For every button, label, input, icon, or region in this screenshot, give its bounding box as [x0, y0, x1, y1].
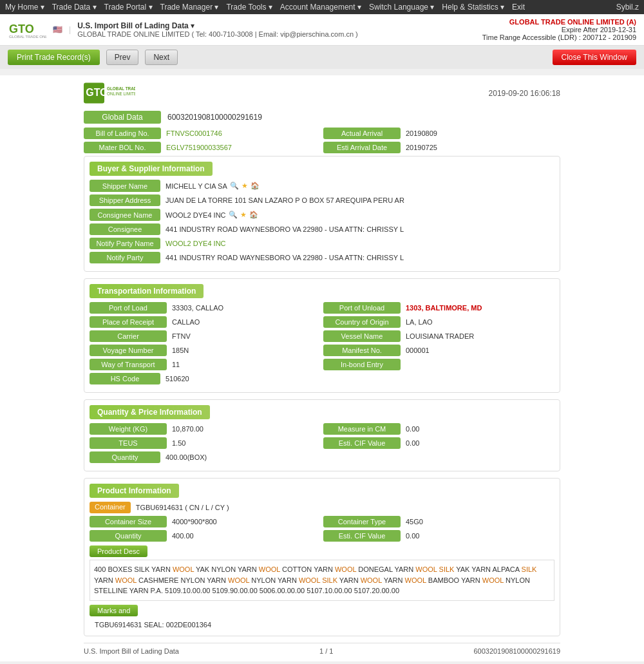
transport-section: Transportation Information Port of Load …: [84, 278, 560, 393]
weight-value: 10,870.00: [167, 423, 321, 435]
search-icon-shipper[interactable]: 🔍: [230, 182, 239, 190]
shipper-icons: 🔍 ★ 🏠: [230, 182, 260, 190]
shipper-name-value: MICHELL Y CIA SA 🔍 ★ 🏠: [160, 180, 554, 192]
weight-col: Weight (KG) 10,870.00: [90, 423, 321, 435]
quantity-price-header: Quantity & Price Information: [90, 405, 210, 419]
qp-quantity-label: Quantity: [90, 451, 160, 463]
port-unload-label: Port of Unload: [323, 302, 401, 314]
search-icon-consignee[interactable]: 🔍: [229, 211, 238, 219]
esti-cif-value: 0.00: [401, 437, 554, 449]
global-data-label: Global Data: [84, 111, 161, 124]
master-bol-row: Mater BOL No. EGLV751900033567 Esti Arri…: [84, 142, 560, 153]
product-section: Product Information Container TGBU691463…: [84, 478, 560, 636]
footer-page: 1 / 1: [319, 647, 333, 655]
container-size-label: Container Size: [90, 516, 167, 527]
nav-exit[interactable]: Exit: [512, 3, 525, 12]
dropdown-icon[interactable]: ▾: [191, 21, 194, 30]
shipper-address-value: JUAN DE LA TORRE 101 SAN LAZARO P O BOX …: [160, 194, 554, 206]
header-divider: |: [69, 25, 71, 34]
global-data-row: Global Data 6003201908100000291619: [84, 111, 560, 124]
shipper-name-label: Shipper Name: [90, 180, 160, 192]
nav-accountmgmt[interactable]: Account Management ▾: [280, 3, 361, 12]
weight-label: Weight (KG): [90, 423, 167, 435]
hs-code-row: HS Code 510620: [90, 373, 554, 384]
way-transport-label: Way of Transport: [90, 359, 167, 370]
port-row: Port of Load 33303, CALLAO Port of Unloa…: [90, 302, 554, 314]
header-bar: GTO GLOBAL TRADE ONLINE 🇺🇸 | U.S. Import…: [0, 14, 644, 46]
global-data-value: 6003201908100000291619: [161, 111, 269, 124]
product-desc-text: 400 BOXES SILK YARN WOOL YAK NYLON YARN …: [94, 565, 536, 594]
prev-button-top[interactable]: Prev: [106, 50, 139, 65]
header-left: GTO GLOBAL TRADE ONLINE 🇺🇸 | U.S. Import…: [8, 20, 358, 39]
svg-text:GLOBAL TRADE ONLINE: GLOBAL TRADE ONLINE: [9, 35, 46, 39]
esti-arrival-col: Esti Arrival Date 20190725: [323, 142, 560, 153]
svg-text:GTO: GTO: [86, 87, 108, 98]
actual-arrival-col: Actual Arrival 20190809: [323, 128, 560, 139]
measure-value: 0.00: [401, 423, 554, 435]
product-desc-btn[interactable]: Product Desc: [90, 545, 147, 557]
expire-date: Expire After 2019-12-31: [482, 26, 636, 33]
consignee-icons: 🔍 ★ 🏠: [229, 211, 258, 219]
buyer-supplier-section: Buyer & Supplier Information Shipper Nam…: [84, 156, 560, 272]
transport-inbond-row: Way of Transport 11 In-bond Entry: [90, 359, 554, 370]
nav-switchlang[interactable]: Switch Language ▾: [369, 3, 434, 12]
marks-btn[interactable]: Marks and: [90, 605, 138, 616]
container-type-col: Container Type 45G0: [323, 516, 554, 527]
carrier-label: Carrier: [90, 330, 167, 342]
nav-trademanager[interactable]: Trade Manager ▾: [160, 3, 219, 12]
header-title: U.S. Import Bill of Lading Data ▾ GLOBAL…: [77, 21, 358, 38]
notify-party-value: 441 INDUSTRY ROAD WAYNESBORO VA 22980 - …: [160, 252, 554, 263]
bol-row: Bill of Lading No. FTNVSC0001746 Actual …: [84, 128, 560, 139]
teus-col: TEUS 1.50: [90, 437, 321, 449]
measure-col: Measure in CM 0.00: [323, 423, 554, 435]
transport-header: Transportation Information: [90, 284, 204, 298]
port-unload-col: Port of Unload 1303, BALTIMORE, MD: [323, 302, 554, 314]
close-button-top[interactable]: Close This Window: [553, 50, 636, 65]
svg-text:GTO: GTO: [9, 23, 34, 35]
hs-code-label: HS Code: [90, 373, 160, 384]
nav-help[interactable]: Help & Statistics ▾: [442, 3, 504, 12]
next-button-top[interactable]: Next: [145, 50, 178, 65]
buyer-supplier-header: Buyer & Supplier Information: [90, 162, 213, 176]
manifest-value: 000001: [401, 345, 554, 356]
consignee-name-label: Consignee Name: [90, 209, 160, 221]
home-icon-shipper[interactable]: 🏠: [251, 182, 260, 190]
product-cif-col: Esti. CIF Value 0.00: [323, 530, 554, 542]
container-type-value: 45G0: [401, 516, 554, 527]
qp-quantity-row: Quantity 400.00(BOX): [90, 451, 554, 463]
notify-party-name-label: Notify Party Name: [90, 238, 160, 249]
inbond-value: [401, 359, 554, 370]
nav-tradetools[interactable]: Trade Tools ▾: [226, 3, 272, 12]
star-icon-consignee[interactable]: ★: [240, 211, 247, 219]
shipper-name-row: Shipper Name MICHELL Y CIA SA 🔍 ★ 🏠: [90, 180, 554, 192]
logo: GTO GLOBAL TRADE ONLINE: [8, 20, 46, 39]
product-desc-box: 400 BOXES SILK YARN WOOL YAK NYLON YARN …: [90, 560, 554, 601]
product-cif-value: 0.00: [401, 530, 554, 542]
nav-tradedata[interactable]: Trade Data ▾: [52, 3, 97, 12]
bol-label: Bill of Lading No.: [84, 128, 161, 139]
footer-title: U.S. Import Bill of Lading Data: [84, 647, 179, 655]
carrier-vessel-row: Carrier FTNV Vessel Name LOUISIANA TRADE…: [90, 330, 554, 342]
nav-myhome[interactable]: My Home ▾: [5, 3, 44, 12]
place-receipt-label: Place of Receipt: [90, 316, 167, 328]
svg-text:ONLINE LIMITED: ONLINE LIMITED: [107, 91, 135, 96]
way-transport-value: 11: [167, 359, 321, 370]
port-load-col: Port of Load 33303, CALLAO: [90, 302, 321, 314]
esti-arrival-value: 20190725: [401, 142, 560, 153]
notify-party-name-value: WOOL2 DYE4 INC: [160, 238, 554, 249]
toolbar-right-top: Close This Window: [553, 50, 636, 65]
nav-tradeportal[interactable]: Trade Portal ▾: [104, 3, 153, 12]
consignee-value: 441 INDUSTRY ROAD WAYNESBORO VA 22980 - …: [160, 223, 554, 235]
carrier-value: FTNV: [167, 330, 321, 342]
container-value: TGBU6914631 ( CN / L / CY ): [131, 502, 554, 513]
record-header: GTO GLOBAL TRADE ONLINE LIMITED 2019-09-…: [84, 82, 560, 104]
shipper-address-label: Shipper Address: [90, 194, 160, 206]
home-icon-consignee[interactable]: 🏠: [249, 211, 258, 219]
place-receipt-col: Place of Receipt CALLAO: [90, 316, 321, 328]
user-info: Sybil.z: [616, 3, 639, 12]
bol-value: FTNVSC0001746: [161, 128, 321, 139]
star-icon-shipper[interactable]: ★: [242, 182, 248, 190]
print-button-top[interactable]: Print Trade Record(s): [8, 50, 100, 65]
vessel-name-col: Vessel Name LOUISIANA TRADER: [323, 330, 554, 342]
esti-arrival-label: Esti Arrival Date: [323, 142, 401, 153]
